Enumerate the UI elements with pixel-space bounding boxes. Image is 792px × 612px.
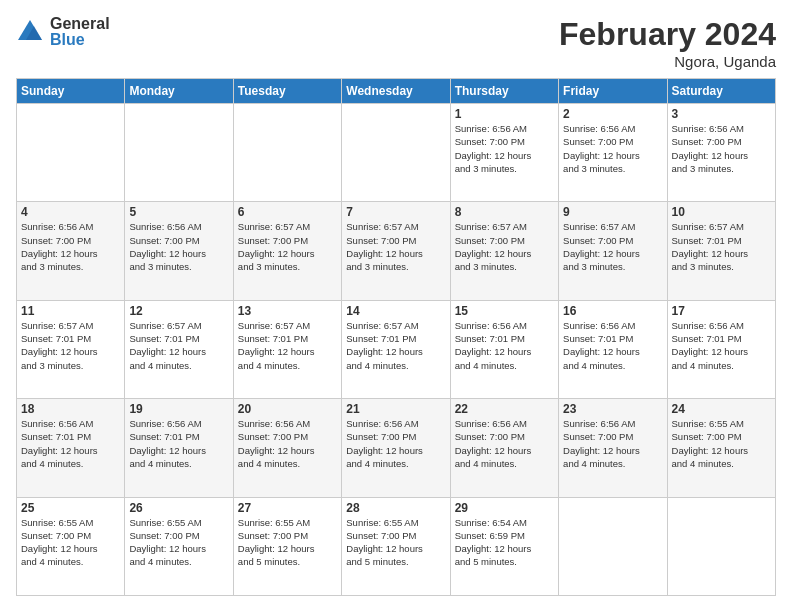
day-cell	[667, 497, 775, 595]
header-tuesday: Tuesday	[233, 79, 341, 104]
header-monday: Monday	[125, 79, 233, 104]
header-thursday: Thursday	[450, 79, 558, 104]
day-number: 21	[346, 402, 445, 416]
calendar-subtitle: Ngora, Uganda	[559, 53, 776, 70]
day-info: Sunrise: 6:56 AM Sunset: 7:00 PM Dayligh…	[563, 417, 662, 470]
day-cell	[342, 104, 450, 202]
week-row-1: 4Sunrise: 6:56 AM Sunset: 7:00 PM Daylig…	[17, 202, 776, 300]
day-cell: 21Sunrise: 6:56 AM Sunset: 7:00 PM Dayli…	[342, 399, 450, 497]
week-row-3: 18Sunrise: 6:56 AM Sunset: 7:01 PM Dayli…	[17, 399, 776, 497]
header-friday: Friday	[559, 79, 667, 104]
day-info: Sunrise: 6:56 AM Sunset: 7:01 PM Dayligh…	[672, 319, 771, 372]
header-saturday: Saturday	[667, 79, 775, 104]
day-info: Sunrise: 6:56 AM Sunset: 7:01 PM Dayligh…	[455, 319, 554, 372]
day-cell: 1Sunrise: 6:56 AM Sunset: 7:00 PM Daylig…	[450, 104, 558, 202]
day-info: Sunrise: 6:57 AM Sunset: 7:01 PM Dayligh…	[21, 319, 120, 372]
day-info: Sunrise: 6:56 AM Sunset: 7:00 PM Dayligh…	[455, 122, 554, 175]
day-cell	[17, 104, 125, 202]
day-cell: 16Sunrise: 6:56 AM Sunset: 7:01 PM Dayli…	[559, 300, 667, 398]
day-cell: 22Sunrise: 6:56 AM Sunset: 7:00 PM Dayli…	[450, 399, 558, 497]
day-info: Sunrise: 6:57 AM Sunset: 7:00 PM Dayligh…	[455, 220, 554, 273]
day-number: 15	[455, 304, 554, 318]
day-number: 24	[672, 402, 771, 416]
day-info: Sunrise: 6:55 AM Sunset: 7:00 PM Dayligh…	[238, 516, 337, 569]
day-cell: 17Sunrise: 6:56 AM Sunset: 7:01 PM Dayli…	[667, 300, 775, 398]
day-info: Sunrise: 6:56 AM Sunset: 7:00 PM Dayligh…	[129, 220, 228, 273]
header: General Blue February 2024 Ngora, Uganda	[16, 16, 776, 70]
day-cell: 10Sunrise: 6:57 AM Sunset: 7:01 PM Dayli…	[667, 202, 775, 300]
title-block: February 2024 Ngora, Uganda	[559, 16, 776, 70]
day-info: Sunrise: 6:56 AM Sunset: 7:00 PM Dayligh…	[563, 122, 662, 175]
day-number: 20	[238, 402, 337, 416]
day-cell	[233, 104, 341, 202]
day-number: 14	[346, 304, 445, 318]
logo-general: General	[50, 16, 110, 32]
day-cell: 26Sunrise: 6:55 AM Sunset: 7:00 PM Dayli…	[125, 497, 233, 595]
day-cell: 25Sunrise: 6:55 AM Sunset: 7:00 PM Dayli…	[17, 497, 125, 595]
day-cell: 13Sunrise: 6:57 AM Sunset: 7:01 PM Dayli…	[233, 300, 341, 398]
day-cell: 23Sunrise: 6:56 AM Sunset: 7:00 PM Dayli…	[559, 399, 667, 497]
day-number: 27	[238, 501, 337, 515]
day-info: Sunrise: 6:56 AM Sunset: 7:00 PM Dayligh…	[455, 417, 554, 470]
day-info: Sunrise: 6:56 AM Sunset: 7:00 PM Dayligh…	[238, 417, 337, 470]
day-cell: 7Sunrise: 6:57 AM Sunset: 7:00 PM Daylig…	[342, 202, 450, 300]
day-cell: 11Sunrise: 6:57 AM Sunset: 7:01 PM Dayli…	[17, 300, 125, 398]
header-sunday: Sunday	[17, 79, 125, 104]
day-info: Sunrise: 6:57 AM Sunset: 7:00 PM Dayligh…	[563, 220, 662, 273]
day-number: 29	[455, 501, 554, 515]
header-wednesday: Wednesday	[342, 79, 450, 104]
calendar-body: 1Sunrise: 6:56 AM Sunset: 7:00 PM Daylig…	[17, 104, 776, 596]
day-number: 10	[672, 205, 771, 219]
day-cell: 2Sunrise: 6:56 AM Sunset: 7:00 PM Daylig…	[559, 104, 667, 202]
day-number: 11	[21, 304, 120, 318]
day-info: Sunrise: 6:56 AM Sunset: 7:00 PM Dayligh…	[672, 122, 771, 175]
day-number: 18	[21, 402, 120, 416]
day-number: 5	[129, 205, 228, 219]
day-info: Sunrise: 6:56 AM Sunset: 7:01 PM Dayligh…	[563, 319, 662, 372]
logo-text: General Blue	[50, 16, 110, 48]
day-info: Sunrise: 6:55 AM Sunset: 7:00 PM Dayligh…	[672, 417, 771, 470]
day-info: Sunrise: 6:57 AM Sunset: 7:00 PM Dayligh…	[346, 220, 445, 273]
page: General Blue February 2024 Ngora, Uganda…	[0, 0, 792, 612]
day-cell: 6Sunrise: 6:57 AM Sunset: 7:00 PM Daylig…	[233, 202, 341, 300]
day-cell: 5Sunrise: 6:56 AM Sunset: 7:00 PM Daylig…	[125, 202, 233, 300]
logo-blue: Blue	[50, 32, 110, 48]
day-cell: 29Sunrise: 6:54 AM Sunset: 6:59 PM Dayli…	[450, 497, 558, 595]
day-number: 16	[563, 304, 662, 318]
day-number: 28	[346, 501, 445, 515]
day-info: Sunrise: 6:56 AM Sunset: 7:00 PM Dayligh…	[21, 220, 120, 273]
day-number: 9	[563, 205, 662, 219]
day-number: 17	[672, 304, 771, 318]
header-row: SundayMondayTuesdayWednesdayThursdayFrid…	[17, 79, 776, 104]
day-info: Sunrise: 6:57 AM Sunset: 7:01 PM Dayligh…	[129, 319, 228, 372]
logo-icon	[16, 18, 44, 46]
day-cell: 19Sunrise: 6:56 AM Sunset: 7:01 PM Dayli…	[125, 399, 233, 497]
logo: General Blue	[16, 16, 110, 48]
day-number: 6	[238, 205, 337, 219]
day-cell: 8Sunrise: 6:57 AM Sunset: 7:00 PM Daylig…	[450, 202, 558, 300]
day-info: Sunrise: 6:57 AM Sunset: 7:01 PM Dayligh…	[672, 220, 771, 273]
day-info: Sunrise: 6:56 AM Sunset: 7:01 PM Dayligh…	[21, 417, 120, 470]
day-number: 26	[129, 501, 228, 515]
day-number: 23	[563, 402, 662, 416]
day-number: 12	[129, 304, 228, 318]
day-cell: 3Sunrise: 6:56 AM Sunset: 7:00 PM Daylig…	[667, 104, 775, 202]
day-number: 25	[21, 501, 120, 515]
day-cell: 15Sunrise: 6:56 AM Sunset: 7:01 PM Dayli…	[450, 300, 558, 398]
day-number: 8	[455, 205, 554, 219]
day-number: 3	[672, 107, 771, 121]
day-cell: 24Sunrise: 6:55 AM Sunset: 7:00 PM Dayli…	[667, 399, 775, 497]
day-cell: 14Sunrise: 6:57 AM Sunset: 7:01 PM Dayli…	[342, 300, 450, 398]
day-number: 19	[129, 402, 228, 416]
day-cell: 4Sunrise: 6:56 AM Sunset: 7:00 PM Daylig…	[17, 202, 125, 300]
week-row-4: 25Sunrise: 6:55 AM Sunset: 7:00 PM Dayli…	[17, 497, 776, 595]
day-info: Sunrise: 6:55 AM Sunset: 7:00 PM Dayligh…	[346, 516, 445, 569]
day-cell: 18Sunrise: 6:56 AM Sunset: 7:01 PM Dayli…	[17, 399, 125, 497]
day-info: Sunrise: 6:54 AM Sunset: 6:59 PM Dayligh…	[455, 516, 554, 569]
day-cell	[125, 104, 233, 202]
day-number: 13	[238, 304, 337, 318]
day-cell: 12Sunrise: 6:57 AM Sunset: 7:01 PM Dayli…	[125, 300, 233, 398]
day-cell: 27Sunrise: 6:55 AM Sunset: 7:00 PM Dayli…	[233, 497, 341, 595]
day-number: 2	[563, 107, 662, 121]
day-cell	[559, 497, 667, 595]
